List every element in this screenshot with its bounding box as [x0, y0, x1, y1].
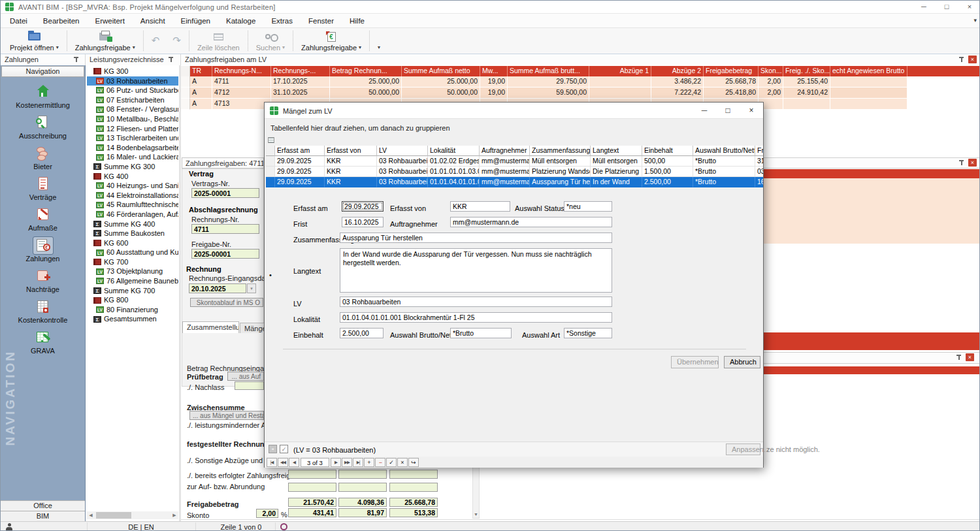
- scroll-right-icon[interactable]: ▶: [171, 511, 178, 519]
- column-header[interactable]: echt Angewiesen Brutto: [830, 66, 907, 76]
- office-button[interactable]: Office: [1, 500, 85, 511]
- bereits-value-1[interactable]: [288, 470, 336, 479]
- chevron-down-icon[interactable]: ▾: [359, 44, 361, 50]
- tree-item[interactable]: LV 76 Allgemeine Baunebenko: [87, 276, 178, 286]
- tree-item[interactable]: KG 700: [87, 257, 178, 267]
- rundung-value-2[interactable]: [338, 483, 387, 492]
- skontoablauf-button[interactable]: Skontoablauf in MS O: [190, 298, 263, 307]
- menu-hilfe[interactable]: Hilfe: [350, 17, 365, 25]
- tab-zusammenstellung[interactable]: Zusammenstellung: [182, 321, 239, 333]
- freigabebetrag-value-3[interactable]: [389, 498, 438, 507]
- uebernehmen-button[interactable]: Übernehmen: [671, 356, 719, 368]
- column-header[interactable]: Summe Aufmaß netto: [402, 66, 480, 76]
- tree-item[interactable]: LV 80 Finanzierung: [87, 305, 178, 315]
- table-row[interactable]: 29.09.2025KKR03 Rohbauarbeiter01.01.01.0…: [266, 167, 763, 177]
- column-header[interactable]: LV: [377, 146, 428, 156]
- tree-item[interactable]: LV 03 Rohbauarbeiten: [87, 76, 178, 86]
- skonto-value-1[interactable]: [288, 508, 336, 517]
- tree-item[interactable]: LV 06 Putz- und Stuckarbeiten,: [87, 86, 178, 95]
- column-header[interactable]: Abzüge 1: [589, 66, 651, 76]
- column-header[interactable]: TR: [190, 66, 212, 76]
- lv-field[interactable]: [340, 297, 612, 307]
- column-header[interactable]: Auswahl Brutto/Netto: [693, 146, 755, 156]
- tree-item[interactable]: LV 16 Maler- und Lackierarbeit: [87, 152, 178, 162]
- anpassen-button[interactable]: Anpassen...: [726, 443, 760, 455]
- prev-page-button[interactable]: ◀◀: [278, 458, 288, 467]
- menu-bearbeiten[interactable]: Bearbeiten: [43, 17, 80, 25]
- delete-row-button[interactable]: Zeile löschen: [191, 28, 246, 54]
- tree-item[interactable]: Σ Summe KG 300: [87, 162, 178, 172]
- search-button[interactable]: Suchen▾: [250, 28, 291, 54]
- frist-field[interactable]: [342, 217, 384, 227]
- tree-item[interactable]: LV 60 Ausstattung und Kunstw: [87, 248, 178, 257]
- filter-close-icon[interactable]: ×: [269, 445, 277, 453]
- column-header[interactable]: Auftragnehmer: [480, 146, 530, 156]
- column-header[interactable]: Lokalität: [428, 146, 480, 156]
- payment-release-euro-button[interactable]: € Zahlungsfreigabe▾: [295, 28, 368, 54]
- sidebar-item[interactable]: Zahlungen: [1, 234, 85, 265]
- close-button[interactable]: ×: [958, 1, 980, 14]
- column-header[interactable]: Erfasst am: [275, 146, 325, 156]
- sidebar-item[interactable]: Kostenermittlung: [1, 81, 85, 112]
- cancel-edit-button[interactable]: ×: [397, 458, 408, 467]
- column-header[interactable]: Skon...: [759, 66, 783, 76]
- bereits-value-3[interactable]: [389, 470, 438, 479]
- vertrags-nr-field[interactable]: [191, 188, 259, 198]
- aus-maengel-button[interactable]: ... aus Mängel und Restarb: [189, 411, 264, 420]
- dialog-minimize-button[interactable]: ─: [693, 103, 716, 119]
- rundung-value-1[interactable]: [288, 483, 336, 492]
- column-header[interactable]: Einbehalt: [642, 146, 693, 156]
- sidebar-item[interactable]: Verträge: [1, 173, 85, 204]
- scroll-down-icon[interactable]: ▼: [473, 511, 479, 518]
- auswahl-art-field[interactable]: [564, 328, 612, 338]
- menu-ansicht[interactable]: Ansicht: [140, 17, 165, 25]
- menu-datei[interactable]: Datei: [10, 17, 27, 25]
- rundung-value-3[interactable]: [389, 483, 438, 492]
- menu-kataloge[interactable]: Kataloge: [226, 17, 255, 25]
- project-open-button[interactable]: Projekt öffnen▾: [3, 28, 65, 54]
- undo-button[interactable]: ↶: [145, 28, 167, 54]
- post-edit-button[interactable]: ✓: [386, 458, 397, 467]
- rechnungs-nr-field[interactable]: [191, 224, 259, 234]
- combo-arrow-icon[interactable]: ▾: [247, 283, 256, 293]
- skonto-value-3[interactable]: [389, 508, 438, 517]
- language-indicator[interactable]: DE | EN: [112, 523, 171, 531]
- tree-item[interactable]: LV 12 Fliesen- und Plattenarbe: [87, 124, 178, 134]
- aus-aufmass-button[interactable]: ... aus Auf: [227, 372, 264, 381]
- minimize-button[interactable]: ─: [913, 1, 935, 14]
- column-header[interactable]: Zusammenfassung: [530, 146, 591, 156]
- freigabebetrag-value-1[interactable]: [288, 498, 336, 507]
- table-row[interactable]: A471231.10.202550.000,0050.000,0019,0059…: [181, 88, 980, 99]
- column-header[interactable]: [907, 66, 980, 76]
- skonto-percent-field[interactable]: [256, 509, 278, 518]
- tree-item[interactable]: Σ Gesamtsummen: [87, 314, 178, 324]
- pin-icon[interactable]: [168, 56, 174, 63]
- toolbar-options-button[interactable]: ▾: [371, 28, 387, 54]
- last-record-button[interactable]: ▶|: [353, 458, 363, 467]
- first-record-button[interactable]: |◀: [267, 458, 277, 467]
- auswahl-status-field[interactable]: [564, 201, 612, 212]
- sidebar-item[interactable]: Nachträge: [1, 265, 85, 296]
- chevron-down-icon[interactable]: ▾: [56, 44, 59, 50]
- pin-icon[interactable]: [73, 56, 79, 63]
- zusammenfassung-field[interactable]: [340, 233, 612, 243]
- column-header[interactable]: Fris: [755, 146, 763, 156]
- chevron-down-icon[interactable]: ▾: [282, 44, 285, 50]
- dialog-maximize-button[interactable]: □: [716, 103, 740, 119]
- grid-handle-icon[interactable]: [268, 137, 274, 143]
- tree-item[interactable]: Σ Summe KG 700: [87, 286, 178, 296]
- eingangsdatum-field[interactable]: [189, 283, 246, 293]
- tree-item[interactable]: LV 07 Estricharbeiten: [87, 95, 178, 105]
- tree-horizontal-scrollbar[interactable]: ◀ ▶: [87, 511, 178, 519]
- langtext-field[interactable]: In der Wand wurde die Aussparung der Tür…: [340, 248, 612, 293]
- erfasst-am-field[interactable]: [342, 201, 384, 212]
- tree-item[interactable]: KG 800: [87, 295, 178, 305]
- tree-item[interactable]: LV 46 Förderanlagen, Aufzugsa: [87, 210, 178, 219]
- bereits-value-2[interactable]: [338, 470, 387, 479]
- tree-item[interactable]: LV 08 Fenster- / Verglasungs- /: [87, 105, 178, 114]
- refresh-button[interactable]: ↪: [408, 458, 419, 467]
- tree-item[interactable]: Σ Summe Baukosten: [87, 229, 178, 238]
- tree-item[interactable]: KG 400: [87, 172, 178, 182]
- nachlass-field[interactable]: [235, 381, 264, 390]
- tree-item[interactable]: LV 73 Objektplanung: [87, 266, 178, 276]
